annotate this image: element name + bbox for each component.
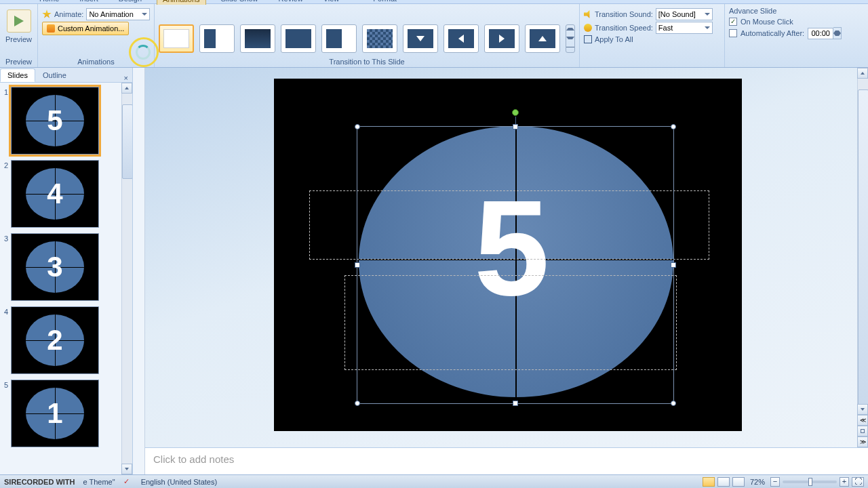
slide-number: 5 bbox=[1, 380, 8, 447]
resize-handle[interactable] bbox=[671, 262, 676, 268]
view-sorter-button[interactable] bbox=[717, 477, 730, 487]
notes-pane[interactable]: Click to add notes bbox=[145, 447, 868, 474]
group-preview: Preview Preview bbox=[0, 4, 38, 67]
transition-speed-dropdown[interactable]: Fast bbox=[656, 22, 713, 34]
scroll-thumb[interactable] bbox=[122, 104, 132, 179]
resize-handle[interactable] bbox=[671, 401, 676, 406]
transition-none[interactable] bbox=[159, 24, 194, 53]
slide-number: 4 bbox=[1, 306, 8, 374]
scroll-thumb[interactable] bbox=[858, 89, 868, 415]
prev-slide-button[interactable]: ≪ bbox=[857, 415, 868, 426]
transition-sound-value: [No Sound] bbox=[658, 10, 696, 18]
resize-handle[interactable] bbox=[513, 124, 518, 129]
slide-thumbnail[interactable]: 5 1 bbox=[1, 380, 130, 447]
animate-label: Animate: bbox=[54, 10, 83, 18]
scroll-up-button[interactable] bbox=[857, 68, 868, 79]
pane-close-button[interactable]: × bbox=[120, 74, 132, 82]
view-slideshow-button[interactable] bbox=[732, 477, 745, 487]
animate-dropdown[interactable]: No Animation bbox=[86, 8, 150, 20]
transition-sound-dropdown[interactable]: [No Sound] bbox=[656, 8, 713, 20]
apply-all-icon bbox=[584, 35, 592, 43]
zoom-level[interactable]: 72% bbox=[747, 478, 768, 486]
apply-to-all-button[interactable]: Apply To All bbox=[584, 35, 720, 43]
custom-animation-button[interactable]: Custom Animation... bbox=[42, 22, 129, 35]
transition-cut[interactable] bbox=[199, 24, 235, 53]
zoom-out-button[interactable]: − bbox=[770, 477, 780, 487]
transition-sound-label: Transition Sound: bbox=[595, 10, 653, 18]
next-slide-button[interactable]: ≫ bbox=[857, 436, 868, 447]
custom-animation-label: Custom Animation... bbox=[58, 24, 124, 33]
slide-number: 1 bbox=[1, 87, 8, 155]
zoom-slider[interactable] bbox=[783, 481, 837, 483]
preview-button-label: Preview bbox=[5, 35, 32, 43]
resize-handle[interactable] bbox=[671, 124, 676, 129]
pane-scrollbar[interactable] bbox=[121, 83, 132, 474]
group-preview-label: Preview bbox=[0, 58, 37, 66]
speed-icon bbox=[584, 24, 592, 32]
transition-fade-black[interactable] bbox=[281, 24, 316, 53]
resize-handle[interactable] bbox=[355, 124, 360, 129]
rotate-handle[interactable] bbox=[512, 109, 519, 116]
on-mouse-click-label: On Mouse Click bbox=[741, 18, 793, 26]
spellcheck-icon[interactable]: ✓ bbox=[123, 477, 133, 487]
transition-dissolve[interactable] bbox=[362, 24, 397, 53]
animate-dropdown-value: No Animation bbox=[89, 10, 133, 18]
gallery-more[interactable] bbox=[566, 24, 575, 53]
status-bar: SIRECORDED WITH e Theme" ✓ English (Unit… bbox=[0, 474, 868, 488]
group-animations-label: Animations bbox=[38, 58, 154, 66]
busy-spinner-icon bbox=[136, 45, 151, 60]
transition-wipe[interactable] bbox=[321, 24, 357, 53]
zoom-in-button[interactable]: + bbox=[840, 477, 849, 487]
scroll-up-button[interactable] bbox=[121, 83, 132, 94]
fit-window-button[interactable]: ⛶ bbox=[852, 477, 864, 487]
slide-canvas[interactable]: 5 bbox=[274, 79, 742, 431]
transition-speed-value: Fast bbox=[658, 24, 673, 32]
slide-thumbnail[interactable]: 4 2 bbox=[1, 306, 130, 374]
chevron-down-icon bbox=[705, 13, 710, 16]
slide-thumbnail[interactable]: 3 3 bbox=[1, 233, 130, 301]
auto-after-spinner[interactable] bbox=[808, 27, 842, 39]
slides-pane: Slides Outline × 1 52 43 34 25 1 bbox=[0, 68, 133, 474]
resize-handle[interactable] bbox=[355, 401, 360, 406]
resize-handle[interactable] bbox=[355, 262, 360, 268]
selection-frame[interactable] bbox=[357, 126, 674, 404]
transition-uncover-up[interactable] bbox=[525, 24, 560, 53]
view-normal-button[interactable] bbox=[703, 477, 715, 487]
slide-thumbnail[interactable]: 1 5 bbox=[1, 87, 130, 155]
resize-handle[interactable] bbox=[513, 401, 518, 406]
star-icon bbox=[42, 9, 52, 19]
custom-animation-icon bbox=[47, 24, 55, 33]
language-indicator[interactable]: English (United States) bbox=[141, 478, 218, 486]
group-animations: Animate: No Animation Custom Animation..… bbox=[38, 4, 155, 67]
scroll-down-button[interactable] bbox=[857, 404, 868, 415]
goto-slide-button[interactable] bbox=[857, 426, 868, 436]
group-advance-slide: Advance Slide On Mouse Click Automatical… bbox=[725, 4, 861, 67]
scroll-down-button[interactable] bbox=[121, 464, 132, 474]
on-mouse-click-checkbox[interactable] bbox=[729, 18, 737, 26]
editor-area: 5 bbox=[145, 68, 868, 474]
chevron-down-icon bbox=[142, 13, 147, 16]
recording-watermark: SIRECORDED WITH bbox=[4, 478, 75, 486]
auto-after-input[interactable] bbox=[808, 28, 833, 39]
transition-speed-label: Transition Speed: bbox=[595, 24, 653, 32]
pane-tab-slides[interactable]: Slides bbox=[0, 68, 35, 82]
auto-after-checkbox[interactable] bbox=[729, 29, 737, 37]
pane-tab-outline[interactable]: Outline bbox=[35, 68, 74, 82]
transition-uncover-right[interactable] bbox=[484, 24, 519, 53]
group-transition-label: Transition to This Slide bbox=[155, 58, 579, 66]
preview-button[interactable] bbox=[7, 9, 31, 33]
sound-icon bbox=[584, 10, 592, 18]
zoom-slider-thumb[interactable] bbox=[808, 478, 812, 486]
chevron-down-icon bbox=[705, 26, 710, 29]
transition-uncover-left[interactable] bbox=[443, 24, 479, 53]
transition-uncover-down[interactable] bbox=[403, 24, 438, 53]
group-transition-gallery: Transition to This Slide bbox=[155, 4, 580, 67]
advance-slide-title: Advance Slide bbox=[729, 7, 856, 15]
slide-number: 3 bbox=[1, 233, 8, 301]
slide-thumbnail[interactable]: 2 4 bbox=[1, 160, 130, 228]
vertical-ruler bbox=[133, 68, 145, 474]
editor-scrollbar[interactable]: ≪ ≫ bbox=[857, 68, 868, 447]
apply-all-label: Apply To All bbox=[595, 35, 633, 43]
transition-fade[interactable] bbox=[240, 24, 275, 53]
auto-after-label: Automatically After: bbox=[741, 29, 804, 37]
